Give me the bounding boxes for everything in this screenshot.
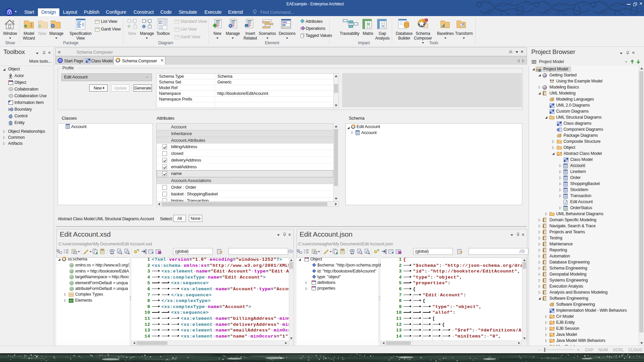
svg-text:@: @ — [70, 276, 73, 279]
svg-text:<T>: <T> — [69, 293, 73, 296]
svg-text:@: @ — [70, 269, 73, 273]
svg-text:1: 1 — [304, 249, 305, 251]
svg-text:@: @ — [70, 287, 73, 291]
svg-text:2: 2 — [64, 251, 65, 253]
svg-text:2: 2 — [304, 251, 305, 253]
svg-text:1: 1 — [64, 249, 65, 251]
svg-text:<E>: <E> — [69, 299, 74, 302]
svg-text:@: @ — [70, 281, 73, 285]
svg-text:@: @ — [70, 264, 73, 267]
